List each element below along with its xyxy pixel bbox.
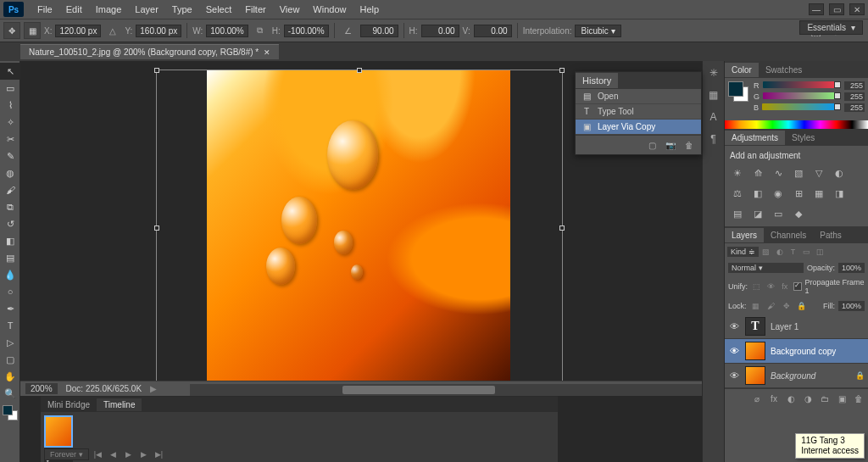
lock-trans-icon[interactable]: ▦ xyxy=(750,300,762,312)
group-icon[interactable]: 🗀 xyxy=(818,392,832,405)
g-slider[interactable] xyxy=(763,92,841,101)
tab-paths[interactable]: Paths xyxy=(813,228,849,242)
tab-swatches[interactable]: Swatches xyxy=(759,63,809,77)
shape-tool[interactable]: ▢ xyxy=(0,351,20,368)
lock-all-icon[interactable]: 🔒 xyxy=(796,300,808,312)
x-field[interactable]: 120.00 px xyxy=(55,25,101,37)
menu-layer[interactable]: Layer xyxy=(128,2,165,17)
b-value[interactable]: 255 xyxy=(844,103,865,112)
h-field[interactable]: -100.00% xyxy=(284,25,329,37)
transform-tool-icon[interactable]: ✥ xyxy=(3,22,20,39)
close-tab-icon[interactable]: ✕ xyxy=(264,48,270,57)
skew-h-field[interactable]: 0.00 xyxy=(421,25,459,37)
layer-row[interactable]: 👁 Background copy xyxy=(725,339,868,364)
blend-mode-select[interactable]: Normal ▾ xyxy=(728,263,804,273)
visibility-icon[interactable]: 👁 xyxy=(728,346,740,356)
brush-tool[interactable]: 🖌 xyxy=(0,181,20,198)
stamp-tool[interactable]: ⧉ xyxy=(0,198,20,215)
delete-icon[interactable]: 🗑 xyxy=(852,392,865,405)
visibility-icon[interactable]: 👁 xyxy=(728,370,740,381)
first-frame-icon[interactable]: |◀ xyxy=(92,448,104,460)
history-brush-tool[interactable]: ↺ xyxy=(0,215,20,232)
opacity-field[interactable]: 100% xyxy=(838,263,865,273)
history-item[interactable]: TType Tool xyxy=(576,104,701,120)
fx-icon[interactable]: fx xyxy=(767,392,781,405)
transform-handle[interactable] xyxy=(559,225,565,231)
channel-mixer-icon[interactable]: ⊞ xyxy=(791,186,806,201)
scroll-thumb[interactable] xyxy=(342,386,495,394)
minimize-button[interactable]: — xyxy=(809,3,824,15)
bw-icon[interactable]: ◧ xyxy=(750,186,765,201)
paragraph-icon[interactable]: ¶ xyxy=(705,131,722,148)
r-value[interactable]: 255 xyxy=(844,81,865,90)
gradient-map-icon[interactable]: ▭ xyxy=(771,206,786,221)
tab-channels[interactable]: Channels xyxy=(764,228,813,242)
eraser-tool[interactable]: ◧ xyxy=(0,232,20,249)
next-frame-icon[interactable]: ▶ xyxy=(138,448,150,460)
exposure-icon[interactable]: ▧ xyxy=(791,165,806,181)
menu-image[interactable]: Image xyxy=(89,2,129,17)
marquee-tool[interactable]: ▭ xyxy=(0,80,20,97)
menu-view[interactable]: View xyxy=(273,2,307,17)
layer-filter-kind[interactable]: Kind ≑ xyxy=(727,247,759,257)
menu-select[interactable]: Select xyxy=(199,2,239,17)
lookup-icon[interactable]: ▦ xyxy=(811,186,826,201)
filter-smart-icon[interactable]: ◫ xyxy=(815,246,826,258)
snapshot-icon[interactable]: 📷 xyxy=(664,138,677,152)
new-layer-icon[interactable]: ▣ xyxy=(835,392,849,405)
lasso-tool[interactable]: ⌇ xyxy=(0,97,20,114)
transform-handle[interactable] xyxy=(559,68,565,73)
menu-filter[interactable]: Filter xyxy=(238,2,272,17)
tab-history[interactable]: History xyxy=(576,73,618,88)
levels-icon[interactable]: ⟰ xyxy=(750,165,765,181)
unify-position-icon[interactable]: ⬚ xyxy=(751,281,762,292)
r-slider[interactable] xyxy=(763,81,842,90)
invert-icon[interactable]: ◨ xyxy=(832,186,847,201)
interp-select[interactable]: Bicubic ▾ xyxy=(575,25,620,37)
transform-handle[interactable] xyxy=(154,68,159,73)
mask-icon[interactable]: ◐ xyxy=(784,392,798,405)
tab-styles[interactable]: Styles xyxy=(785,131,821,145)
close-button[interactable]: ✕ xyxy=(849,3,865,15)
menu-window[interactable]: Window xyxy=(306,2,353,17)
layer-name[interactable]: Background copy xyxy=(771,347,836,356)
zoom-tool[interactable]: 🔍 xyxy=(0,385,20,402)
filter-pixel-icon[interactable]: ▧ xyxy=(760,246,772,258)
spectrum-bar[interactable] xyxy=(725,120,868,129)
layer-row[interactable]: 👁 Background 🔒 xyxy=(725,364,868,388)
brightness-icon[interactable]: ☀ xyxy=(730,165,745,181)
brush-preset-icon[interactable]: ✳ xyxy=(705,64,722,81)
character-icon[interactable]: A xyxy=(705,109,722,125)
prev-frame-icon[interactable]: ◀ xyxy=(108,448,120,460)
layer-name[interactable]: Background xyxy=(771,371,815,381)
tab-adjustments[interactable]: Adjustments xyxy=(725,131,785,145)
link-layers-icon[interactable]: ⌀ xyxy=(750,392,764,405)
visibility-icon[interactable]: 👁 xyxy=(728,321,740,331)
g-value[interactable]: 255 xyxy=(844,92,865,101)
photo-filter-icon[interactable]: ◉ xyxy=(771,186,786,201)
create-doc-icon[interactable]: ▢ xyxy=(645,138,659,152)
clone-source-icon[interactable]: ▦ xyxy=(705,86,722,103)
zoom-field[interactable]: 200% xyxy=(25,383,58,394)
balance-icon[interactable]: ⚖ xyxy=(730,186,745,201)
y-field[interactable]: 160.00 px xyxy=(136,25,181,37)
last-frame-icon[interactable]: ▶| xyxy=(153,448,165,460)
unify-visibility-icon[interactable]: 👁 xyxy=(765,281,776,292)
eyedropper-tool[interactable]: ✎ xyxy=(0,148,20,164)
layer-name[interactable]: Layer 1 xyxy=(771,322,798,331)
reference-point-icon[interactable]: ▦ xyxy=(24,22,41,39)
swap-xy-icon[interactable]: △ xyxy=(104,26,121,36)
gradient-tool[interactable]: ▤ xyxy=(0,249,20,266)
menu-edit[interactable]: Edit xyxy=(59,2,89,17)
threshold-icon[interactable]: ◪ xyxy=(750,206,765,221)
healing-tool[interactable]: ◍ xyxy=(0,164,20,181)
menu-type[interactable]: Type xyxy=(165,2,199,17)
w-field[interactable]: 100.00% xyxy=(206,25,248,37)
hand-tool[interactable]: ✋ xyxy=(0,368,20,385)
lock-pixels-icon[interactable]: 🖌 xyxy=(765,300,777,312)
lock-pos-icon[interactable]: ✥ xyxy=(781,300,793,312)
history-item[interactable]: ▣Layer Via Copy xyxy=(576,120,701,135)
link-wh-icon[interactable]: ⧉ xyxy=(252,25,269,36)
crop-tool[interactable]: ✂ xyxy=(0,131,20,148)
loop-select[interactable]: Forever ▾ xyxy=(44,448,89,460)
